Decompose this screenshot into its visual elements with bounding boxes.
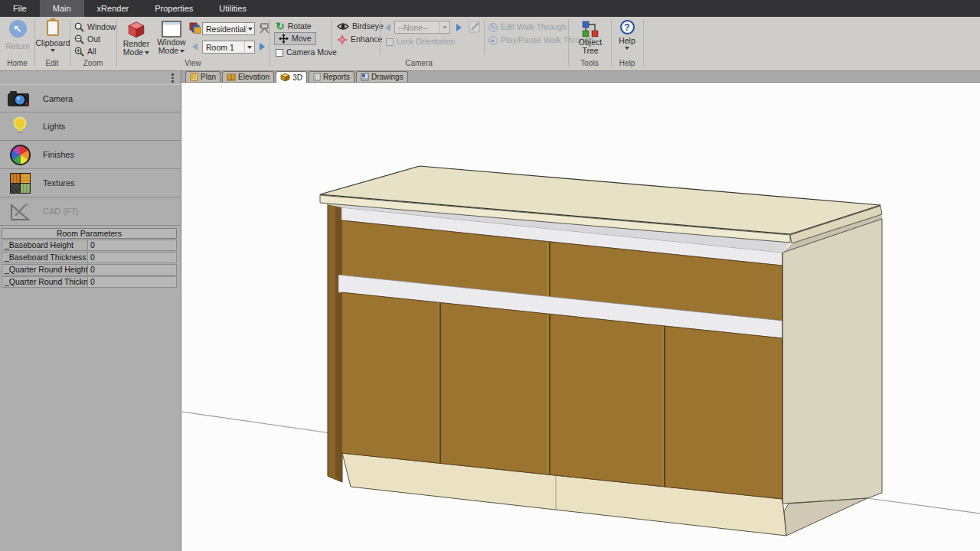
group-caption-home: Home [0,59,34,68]
window-mode-icon [161,20,182,38]
birdseye-eye-icon [337,22,349,31]
tab-file[interactable]: File [0,0,40,17]
enhance-button[interactable]: Enhance [337,34,382,45]
floor-line-left [181,412,331,433]
table-row: _Quarter Round Height 0 [2,264,177,276]
sidebar-item-textures[interactable]: Textures [0,169,181,197]
render-mode-button[interactable]: Render Mode [119,20,153,57]
walkthrough-prev-arrow[interactable] [385,24,390,31]
room-parameters-header: Room Parameters [2,228,177,239]
view-tab-elevation[interactable]: Elevation [222,71,274,82]
window-mode-button[interactable]: Window Mode [154,20,189,55]
sidebar-item-lights[interactable]: Lights [0,112,181,141]
move-icon [279,34,289,44]
group-caption-view: View [116,59,270,68]
magnifier-icon [74,22,84,32]
return-icon: ↖ [9,20,27,37]
group-caption-tools: Tools [568,59,611,68]
dropdown-arrow-icon [625,47,629,50]
cad-ruler-icon [6,201,34,222]
camera-move-checkbox[interactable]: Camera Move [276,47,337,58]
room-parameters-table: Room Parameters _Baseboard Height 0 _Bas… [2,228,177,288]
render-cube-icon [126,20,146,40]
plan-icon [190,73,198,81]
room-select[interactable]: Room 1 [202,41,255,54]
ribbon-tab-bar: File Main xRender Properties Utilities [0,0,980,17]
enhance-star-icon [337,34,348,45]
tab-xrender[interactable]: xRender [84,0,142,17]
param-label: _Quarter Round Thickness [2,276,88,288]
style-select[interactable]: Residential St [202,22,255,35]
table-row: _Quarter Round Thickness 0 [2,276,177,288]
help-button[interactable]: ? Help [613,20,641,50]
clipboard-icon [47,20,59,36]
cabinet-3d-model[interactable] [320,166,882,536]
checkbox-icon [386,38,394,46]
room-next-arrow[interactable] [260,43,265,51]
panel-menu-icon[interactable] [172,73,174,84]
param-value-field[interactable]: 0 [88,240,177,251]
edit-walkthrough-button: ↻ Edit Walk Through [488,21,567,33]
sidebar-item-finishes[interactable]: Finishes [0,141,181,169]
magnifier-icon [74,34,84,44]
sidebar-item-camera[interactable]: Camera [0,84,181,112]
room-prev-arrow[interactable] [192,43,198,51]
cabinet-side-panel[interactable] [782,219,882,504]
object-tree-icon [581,20,599,38]
walkthrough-select: --None-- [394,21,450,34]
floor-line-right [867,498,980,514]
object-tree-button[interactable]: Object Tree [570,20,610,55]
color-wheel-icon [6,145,34,165]
param-label: _Quarter Round Height [2,264,88,276]
magnifier-icon [74,47,84,57]
rotate-icon: ↻ [276,21,285,31]
camera-icon [6,90,34,108]
move-button[interactable]: Move [274,32,316,45]
return-button[interactable]: ↖ Return [2,20,34,51]
table-row: _Baseboard Thickness 0 [2,252,177,263]
view-tab-reports[interactable]: Reports [309,71,354,82]
dropdown-arrow-icon [246,23,254,34]
textures-icon [6,173,34,194]
group-caption-edit: Edit [34,59,70,68]
param-value-field[interactable]: 0 [88,276,177,288]
tab-main[interactable]: Main [40,0,84,17]
param-value-field[interactable]: 0 [88,252,177,263]
zoom-all-button[interactable]: All [74,46,96,57]
3d-viewport[interactable] [181,83,980,551]
view-tab-drawings[interactable]: Drawings [356,71,408,82]
walkthrough-next-arrow[interactable] [456,24,462,31]
group-caption-help: Help [611,59,643,68]
camera-tripod-icon[interactable] [258,21,270,34]
style-layers-icon[interactable] [189,22,201,34]
param-label: _Baseboard Thickness [2,252,88,263]
drawings-icon [361,73,369,81]
walkthrough-play-icon: ▶ [488,36,498,45]
clipboard-button[interactable]: Clipboard [37,20,69,52]
zoom-out-button[interactable]: Out [74,34,100,45]
left-panel: Camera Lights Finishes Textures [0,71,181,551]
dropdown-arrow-icon [51,49,55,52]
dropdown-arrow-icon [244,41,254,53]
reports-icon [313,73,321,81]
dropdown-arrow-icon [180,50,185,53]
dropdown-arrow-icon [439,21,449,33]
elevation-icon [227,73,236,81]
group-caption-camera: Camera [270,59,568,68]
lightbulb-icon [6,116,34,137]
tab-properties[interactable]: Properties [142,0,206,17]
rotate-button[interactable]: ↻ Rotate [276,21,312,32]
table-row: _Baseboard Height 0 [2,240,177,251]
dropdown-arrow-icon [145,51,149,54]
param-label: _Baseboard Height [2,240,88,251]
tab-utilities[interactable]: Utilities [206,0,259,17]
zoom-window-button[interactable]: Window [74,21,116,33]
param-value-field[interactable]: 0 [88,264,177,276]
view-tab-plan[interactable]: Plan [185,71,220,82]
help-icon: ? [620,20,635,34]
view-tab-3d[interactable]: 3D [276,71,307,83]
birdseye-button[interactable]: Birdseye [337,21,384,32]
3d-scene [181,83,980,551]
cube-3d-icon [280,73,290,82]
cabinet-toe-kick-side[interactable] [784,498,867,536]
